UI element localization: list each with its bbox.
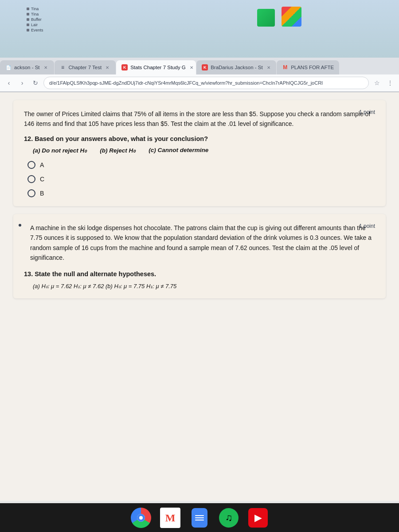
docs-line-1 <box>195 515 204 516</box>
app-window-green <box>257 9 275 27</box>
tab-close-bradarius[interactable]: ✕ <box>266 64 272 70</box>
chrome-taskbar-icon[interactable] <box>131 508 151 528</box>
tab-favicon-bradarius: K <box>202 64 208 70</box>
tab-bar: 📄 ackson - St ✕ ≡ Chapter 7 Test ✕ K Sta… <box>0 58 399 74</box>
point-badge-2: 1 point <box>359 223 375 229</box>
browser-window: 📄 ackson - St ✕ ≡ Chapter 7 Test ✕ K Sta… <box>0 58 399 92</box>
app-icon <box>27 29 29 31</box>
hypothesis-preview: (a) H₀: μ = 7.62 H₁: μ ≠ 7.62 (b) H₀: μ … <box>24 283 375 289</box>
desktop-icons: Tina Tina Buffer Lair Events <box>27 7 43 33</box>
docs-taskbar-icon[interactable] <box>189 508 210 528</box>
gmail-icon: M <box>165 512 176 523</box>
point-badge-1: 1 point <box>359 109 375 115</box>
radio-circle-A[interactable] <box>27 161 35 169</box>
tab-close-stats[interactable]: ✕ <box>188 64 195 70</box>
app-label-1: Tina <box>31 7 39 11</box>
app-window-colorful <box>282 7 301 27</box>
app-label-3: Buffer <box>31 17 42 22</box>
bookmark-button[interactable]: ☆ <box>372 78 382 88</box>
tab-label-bradarius: BraDarius Jackson - St <box>211 65 263 70</box>
radio-circle-B[interactable] <box>27 189 35 197</box>
app-icon <box>27 18 29 21</box>
desktop-background: Tina Tina Buffer Lair Events <box>0 0 399 58</box>
docs-line-2 <box>195 517 204 518</box>
question-context-text: The owner of Prices Limited claims that … <box>24 109 375 129</box>
radio-option-C[interactable]: C <box>27 175 375 183</box>
app-icon <box>27 8 29 10</box>
gmail-taskbar-icon[interactable]: M <box>160 508 180 528</box>
tab-favicon-chapter7: ≡ <box>60 64 66 70</box>
option-a-label: (a) Do not reject H₀ <box>33 147 86 154</box>
toolbar: ‹ › ↻ ☆ ⋮ <box>0 74 399 92</box>
spotify-taskbar-icon[interactable]: ♫ <box>219 508 239 528</box>
hypothesis-options: (a) H₀: μ = 7.62 H₁: μ ≠ 7.62 (b) H₀: μ … <box>33 283 176 289</box>
tab-close-chapter7[interactable]: ✕ <box>104 64 110 70</box>
question-13-context: A machine in the ski lodge dispenses hot… <box>24 223 375 263</box>
address-bar-input[interactable] <box>43 77 369 89</box>
reload-button[interactable]: ↻ <box>30 78 41 88</box>
tab-chapter7[interactable]: ≡ Chapter 7 Test ✕ <box>55 60 116 74</box>
radio-label-A: A <box>40 161 44 168</box>
youtube-icon: ▶ <box>248 508 268 528</box>
answer-options-labels: (a) Do not reject H₀ (b) Reject H₀ (c) C… <box>24 147 375 154</box>
radio-option-B[interactable]: B <box>27 189 375 197</box>
question-card-1: 1 point The owner of Prices Limited clai… <box>13 100 386 206</box>
menu-button[interactable]: ⋮ <box>385 78 395 88</box>
tab-bradarius[interactable]: K BraDarius Jackson - St ✕ <box>196 60 276 74</box>
spotify-icon: ♫ <box>219 508 239 528</box>
back-button[interactable]: ‹ <box>4 78 14 88</box>
question-12-label: 12. Based on your answers above, what is… <box>24 135 375 142</box>
youtube-taskbar-icon[interactable]: ▶ <box>248 508 268 528</box>
tab-favicon-ackson: 📄 <box>5 64 12 70</box>
app-icon <box>27 23 29 26</box>
option-b-label: (b) Reject H₀ <box>100 147 135 154</box>
tab-label-chapter7: Chapter 7 Test <box>69 65 102 70</box>
tab-close-ackson[interactable]: ✕ <box>43 64 49 70</box>
tab-label-stats: Stats Chapter 7 Study G <box>130 65 186 70</box>
app-label-4: Lair <box>31 23 38 27</box>
tab-label-plans: PLANS FOR AFTE <box>291 65 334 70</box>
docs-icon-lines <box>195 515 204 520</box>
app-label-2: Tina <box>31 12 39 16</box>
docs-icon <box>192 508 207 528</box>
tab-stats-study[interactable]: K Stats Chapter 7 Study G ✕ <box>116 60 196 74</box>
question-card-2: 1 point A machine in the ski lodge dispe… <box>13 214 386 299</box>
app-icon <box>27 13 29 16</box>
question-12-text: Based on your answers above, what is you… <box>35 135 208 142</box>
tab-favicon-plans: M <box>282 64 288 70</box>
tab-favicon-stats: K <box>121 64 128 70</box>
tab-ackson[interactable]: 📄 ackson - St ✕ <box>0 60 54 74</box>
tab-plans[interactable]: M PLANS FOR AFTE <box>277 60 339 74</box>
radio-option-A[interactable]: A <box>27 161 375 169</box>
radio-circle-C[interactable] <box>27 175 35 183</box>
question-13-label: 13. State the null and alternate hypothe… <box>24 270 375 278</box>
radio-group-q12: A C B <box>24 161 375 197</box>
taskbar: M ♫ ▶ <box>0 503 399 532</box>
forward-button[interactable]: › <box>17 78 27 88</box>
question-13-text: State the null and alternate hypotheses. <box>35 270 156 278</box>
page-content: 1 point The owner of Prices Limited clai… <box>0 92 399 501</box>
docs-line-3 <box>195 520 204 520</box>
radio-label-C: C <box>40 176 44 183</box>
app-label-5: Events <box>31 28 43 32</box>
tab-label-ackson: ackson - St <box>14 65 40 70</box>
radio-label-B: B <box>40 190 44 197</box>
bullet-dot <box>19 224 21 227</box>
option-c-label: (c) Cannot determine <box>149 147 208 154</box>
